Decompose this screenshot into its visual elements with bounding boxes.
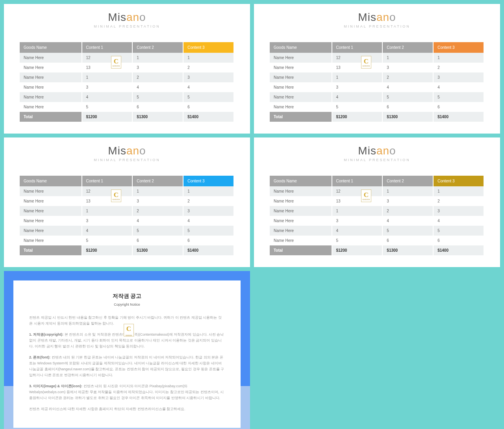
table-header: Goods Name — [20, 42, 82, 53]
table-cell: Name Here — [20, 102, 82, 112]
table-row: Name Here455 — [20, 92, 234, 102]
table-wrap: Goods NameContent 1Content 2Content 3Nam… — [20, 42, 234, 122]
logo-part3: o — [389, 145, 396, 157]
table-cell: 6 — [382, 236, 433, 245]
watermark-letter: C — [114, 58, 119, 65]
table-cell-total: $1300 — [132, 112, 183, 122]
table-cell: 3 — [183, 206, 234, 216]
table-cell: 13 — [332, 63, 383, 72]
watermark-subtext: CONTENTS — [363, 199, 370, 201]
table-cell: Name Here — [20, 236, 82, 245]
table-cell-total: Total — [20, 112, 82, 122]
table-cell: Name Here — [270, 196, 332, 206]
table-cell: 1 — [382, 53, 433, 63]
table-cell: 2 — [132, 206, 183, 216]
logo-part2: an — [126, 11, 139, 23]
table-cell: 5 — [82, 102, 133, 112]
table-cell: 12 — [82, 186, 133, 196]
table-header: Content 1 — [332, 176, 383, 186]
table-cell: 5 — [183, 92, 234, 102]
table-cell: 3 — [132, 63, 183, 72]
watermark-badge: CCONTENTS — [361, 189, 371, 202]
table-cell: 5 — [82, 236, 133, 245]
table-cell: 3 — [183, 72, 234, 82]
table-row: Name Here123 — [270, 72, 484, 82]
table-cell: 3 — [382, 63, 433, 72]
table-cell: Name Here — [20, 186, 82, 196]
table-cell: 1 — [132, 53, 183, 63]
table-header: Content 3 — [433, 42, 484, 53]
table-cell: 3 — [382, 196, 433, 206]
table-row-total: Total$1200$1300$1400 — [270, 112, 484, 122]
table-row: Name Here566 — [20, 102, 234, 112]
table-header: Goods Name — [270, 176, 332, 186]
table-cell: Name Here — [20, 226, 82, 236]
table-cell: 4 — [82, 226, 133, 236]
table-cell-total: $1400 — [183, 245, 234, 255]
table-cell: 5 — [132, 92, 183, 102]
table-cell: 5 — [382, 92, 433, 102]
table-cell: 1 — [382, 186, 433, 196]
table-cell: 1 — [332, 206, 383, 216]
table-row: Name Here1332 — [20, 196, 234, 206]
slide-subtitle: Minimal Presentation — [270, 158, 484, 162]
table-cell: 5 — [433, 226, 484, 236]
table-row: Name Here123 — [20, 72, 234, 82]
table-cell: 1 — [82, 72, 133, 82]
table-cell: Name Here — [270, 226, 332, 236]
table-cell: 4 — [132, 82, 183, 92]
table-cell: 6 — [382, 102, 433, 112]
copyright-title: 저작권 공고 — [29, 292, 225, 301]
copyright-subtitle: Copyright Notice — [29, 302, 225, 308]
copyright-slide: 저작권 공고Copyright Notice컨텐츠 제공업 시 반드시 한번 내… — [4, 271, 250, 429]
table-wrap: Goods NameContent 1Content 2Content 3Nam… — [270, 176, 484, 255]
table-cell: 13 — [82, 63, 133, 72]
table-wrap: Goods NameContent 1Content 2Content 3Nam… — [270, 42, 484, 122]
slide-grid: MisanoMinimal PresentationGoods NameCont… — [4, 4, 500, 429]
table-cell: 5 — [382, 226, 433, 236]
table-cell: 3 — [332, 82, 383, 92]
copyright-paragraph: 2. 폰트(font): 컨텐츠 내의 된 기본 한글 폰트는 네이버 나눔글꼴… — [29, 355, 225, 379]
copyright-label: 1. 저작권(copyright): — [29, 332, 63, 336]
slide-logo: Misano — [270, 145, 484, 157]
table-cell-total: $1200 — [332, 112, 383, 122]
watermark-badge: CCONTENTS — [124, 324, 134, 336]
table-row-total: Total$1200$1300$1400 — [20, 112, 234, 122]
table-row: Name Here1211 — [270, 53, 484, 63]
slide-subtitle: Minimal Presentation — [270, 24, 484, 28]
presentation-slide: MisanoMinimal PresentationGoods NameCont… — [4, 137, 250, 267]
table-cell: 3 — [132, 196, 183, 206]
table-row: Name Here455 — [270, 226, 484, 236]
table-cell: 2 — [132, 72, 183, 82]
copyright-inner-wrap: 저작권 공고Copyright Notice컨텐츠 제공업 시 반드시 한번 내… — [4, 280, 250, 428]
presentation-slide: MisanoMinimal PresentationGoods NameCont… — [4, 4, 250, 134]
table-header: Content 1 — [332, 42, 383, 53]
table-cell: Name Here — [270, 92, 332, 102]
table-header: Content 2 — [132, 176, 183, 186]
table-cell: 12 — [332, 53, 383, 63]
table-cell: 4 — [382, 82, 433, 92]
watermark-letter: C — [364, 191, 369, 199]
table-cell: 1 — [183, 186, 234, 196]
slide-logo: Misano — [270, 11, 484, 24]
logo-part1: Mis — [358, 11, 376, 23]
table-header: Content 2 — [382, 42, 433, 53]
table-cell: 6 — [433, 102, 484, 112]
table-cell: Name Here — [20, 206, 82, 216]
data-table: Goods NameContent 1Content 2Content 3Nam… — [20, 42, 234, 122]
data-table: Goods NameContent 1Content 2Content 3Nam… — [20, 176, 234, 255]
table-cell: Name Here — [270, 53, 332, 63]
table-row: Name Here123 — [270, 206, 484, 216]
table-header: Goods Name — [20, 176, 82, 186]
table-cell: Name Here — [20, 63, 82, 72]
table-row: Name Here1332 — [270, 63, 484, 72]
logo-part2: an — [376, 145, 389, 157]
table-row: Name Here1332 — [20, 63, 234, 72]
table-cell: 12 — [82, 53, 133, 63]
table-row: Name Here344 — [270, 82, 484, 92]
table-cell: 13 — [332, 196, 383, 206]
watermark-subtext: CONTENTS — [113, 199, 120, 201]
logo-part1: Mis — [358, 145, 376, 157]
table-cell: 3 — [433, 206, 484, 216]
table-cell: 2 — [433, 196, 484, 206]
